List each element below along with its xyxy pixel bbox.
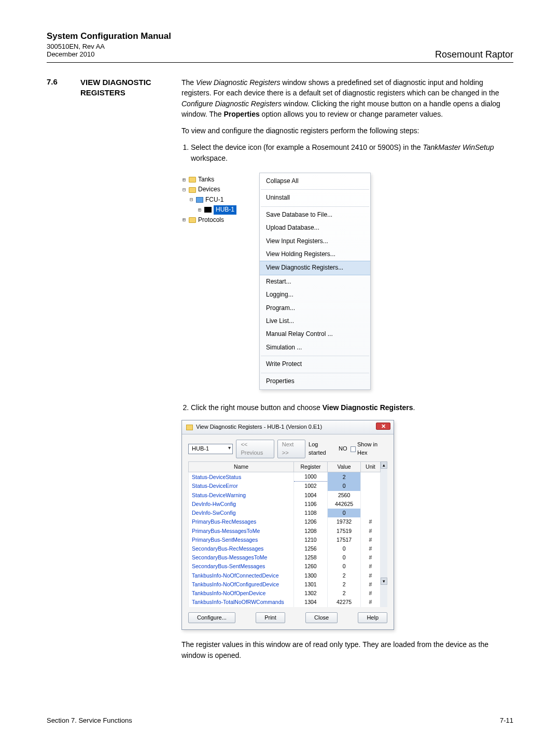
ctx-view-holding-reg[interactable]: View Holding Registers... bbox=[260, 248, 370, 261]
ctx-upload-db[interactable]: Upload Database... bbox=[260, 221, 370, 234]
table-row[interactable]: SecondaryBus-SentMessages12600# bbox=[189, 562, 381, 571]
text-italic: TankMaster WinSetup bbox=[423, 143, 494, 151]
tree-label: Tanks bbox=[198, 175, 214, 184]
cell-unit: # bbox=[361, 562, 380, 571]
dialog-titlebar[interactable]: View Diagnostic Registers - HUB-1 (Versi… bbox=[182, 420, 394, 434]
expand-icon[interactable]: ⊞ bbox=[181, 176, 187, 184]
table-row[interactable]: TankbusInfo-TotalNoOfRWCommands130442275… bbox=[189, 598, 381, 607]
ctx-collapse-all[interactable]: Collapse All bbox=[260, 175, 370, 188]
table-row[interactable]: SecondaryBus-RecMessages12560# bbox=[189, 544, 381, 553]
cell-name: DevInfo-SwConfig bbox=[189, 509, 294, 517]
tree-item-hub[interactable]: ⊞ HUB-1 bbox=[181, 205, 259, 215]
ctx-program[interactable]: Program... bbox=[260, 302, 370, 315]
collapse-icon[interactable]: ⊟ bbox=[189, 196, 194, 204]
ctx-live-list[interactable]: Live List... bbox=[260, 315, 370, 328]
col-value[interactable]: Value bbox=[327, 462, 361, 472]
cell-unit: # bbox=[361, 517, 380, 526]
section-title: VIEW DIAGNOSTIC REGISTERS bbox=[80, 77, 166, 667]
folder-icon bbox=[189, 187, 196, 193]
table-row[interactable]: Status-DeviceError10020 bbox=[189, 482, 381, 491]
cell-name: Status-DeviceStatus bbox=[189, 472, 294, 482]
cell-unit: # bbox=[361, 580, 380, 589]
configure-button[interactable]: Configure... bbox=[188, 612, 235, 624]
tree-label-selected: HUB-1 bbox=[214, 205, 236, 214]
log-started-label: Log started bbox=[309, 441, 335, 457]
scroll-up-icon[interactable]: ▴ bbox=[381, 461, 388, 469]
ctx-manual-relay[interactable]: Manual Relay Control ... bbox=[260, 328, 370, 341]
col-name[interactable]: Name bbox=[189, 462, 294, 472]
show-hex-checkbox[interactable]: Show in Hex bbox=[351, 441, 387, 457]
close-button[interactable]: Close bbox=[305, 612, 338, 624]
cell-value: 2 bbox=[327, 589, 361, 598]
close-button[interactable]: ✕ bbox=[376, 423, 390, 430]
ctx-simulation[interactable]: Simulation ... bbox=[260, 341, 370, 354]
ctx-view-diagnostic-reg[interactable]: View Diagnostic Registers... bbox=[260, 261, 370, 275]
table-row[interactable]: Status-DeviceWarning10042560 bbox=[189, 491, 381, 500]
ctx-write-protect[interactable]: Write Protect bbox=[260, 358, 370, 371]
device-tree: ⊞ Tanks ⊟ Devices ⊟ FCU-1 bbox=[181, 173, 259, 225]
expand-icon[interactable]: ⊞ bbox=[181, 216, 187, 224]
table-row[interactable]: PrimaryBus-RecMessages120619732# bbox=[189, 517, 381, 526]
folder-icon bbox=[189, 177, 196, 182]
cell-unit bbox=[361, 500, 380, 509]
table-row[interactable]: TankbusInfo-NoOfConfiguredDevice13012# bbox=[189, 580, 381, 589]
table-row[interactable]: TankbusInfo-NoOfOpenDevice13022# bbox=[189, 589, 381, 598]
tree-item-tanks[interactable]: ⊞ Tanks bbox=[181, 175, 259, 185]
cell-value: 0 bbox=[327, 562, 361, 571]
cell-name: DevInfo-HwConfig bbox=[189, 500, 294, 509]
device-icon bbox=[196, 197, 203, 203]
collapse-icon[interactable]: ⊟ bbox=[181, 186, 187, 194]
tree-item-devices[interactable]: ⊟ Devices bbox=[181, 185, 259, 194]
ctx-restart[interactable]: Restart... bbox=[260, 275, 370, 288]
cell-register: 1002 bbox=[294, 482, 328, 491]
step-1: Select the device icon (for example a Ro… bbox=[191, 142, 513, 163]
tree-item-fcu[interactable]: ⊟ FCU-1 bbox=[181, 195, 259, 205]
table-row[interactable]: PrimaryBus-MessagesToMe120817519# bbox=[189, 527, 381, 536]
col-unit[interactable]: Unit bbox=[361, 462, 380, 472]
ctx-separator bbox=[261, 356, 369, 356]
tree-label: Devices bbox=[198, 185, 220, 194]
print-button[interactable]: Print bbox=[256, 612, 285, 624]
table-row[interactable]: DevInfo-HwConfig1106442625 bbox=[189, 500, 381, 509]
help-button[interactable]: Help bbox=[358, 612, 387, 624]
footer-left: Section 7. Service Functions bbox=[47, 716, 132, 724]
cell-unit: # bbox=[361, 553, 380, 562]
doc-title: System Configuration Manual bbox=[47, 31, 513, 41]
registers-table: Name Register Value Unit Status-DeviceSt… bbox=[188, 461, 381, 607]
ctx-logging[interactable]: Logging... bbox=[260, 288, 370, 301]
log-started-value: NO bbox=[339, 445, 347, 453]
cell-value: 0 bbox=[327, 553, 361, 562]
table-row[interactable]: SecondaryBus-MessagesToMe12580# bbox=[189, 553, 381, 562]
scrollbar[interactable]: ▴ ▾ bbox=[381, 461, 388, 607]
text-bold: Properties bbox=[223, 110, 259, 118]
cell-register: 1106 bbox=[294, 500, 328, 509]
ctx-uninstall[interactable]: Uninstall bbox=[260, 191, 370, 204]
tree-item-protocols[interactable]: ⊞ Protocols bbox=[181, 215, 259, 225]
cell-unit bbox=[361, 482, 380, 491]
cell-value: 17517 bbox=[327, 536, 361, 544]
table-row[interactable]: PrimaryBus-SentMessages121017517# bbox=[189, 536, 381, 544]
header-rule bbox=[47, 62, 513, 63]
cell-unit: # bbox=[361, 589, 380, 598]
scroll-down-icon[interactable]: ▾ bbox=[381, 578, 388, 585]
cell-register: 1302 bbox=[294, 589, 328, 598]
table-row[interactable]: DevInfo-SwConfig11080 bbox=[189, 509, 381, 517]
cell-unit: # bbox=[361, 571, 380, 580]
para-2: To view and configure the diagnostic reg… bbox=[181, 125, 513, 136]
prev-button[interactable]: << Previous bbox=[236, 440, 274, 458]
ctx-view-input-reg[interactable]: View Input Registers... bbox=[260, 235, 370, 248]
ctx-separator bbox=[261, 373, 369, 373]
checkbox-icon bbox=[351, 446, 356, 452]
ctx-properties[interactable]: Properties bbox=[260, 375, 370, 388]
col-register[interactable]: Register bbox=[294, 462, 328, 472]
expand-icon[interactable]: ⊞ bbox=[197, 206, 202, 214]
cell-value: 42275 bbox=[327, 598, 361, 607]
table-header-row: Name Register Value Unit bbox=[189, 462, 381, 472]
device-select[interactable]: HUB-1 bbox=[188, 444, 233, 454]
table-row[interactable]: TankbusInfo-NoOfConnectedDevice13002# bbox=[189, 571, 381, 580]
next-button[interactable]: Next >> bbox=[277, 440, 305, 458]
ctx-save-db[interactable]: Save Database to File... bbox=[260, 208, 370, 221]
table-row[interactable]: Status-DeviceStatus10002 bbox=[189, 472, 381, 482]
text: Click the right mouse button and choose bbox=[191, 403, 323, 412]
cell-name: SecondaryBus-MessagesToMe bbox=[189, 553, 294, 562]
